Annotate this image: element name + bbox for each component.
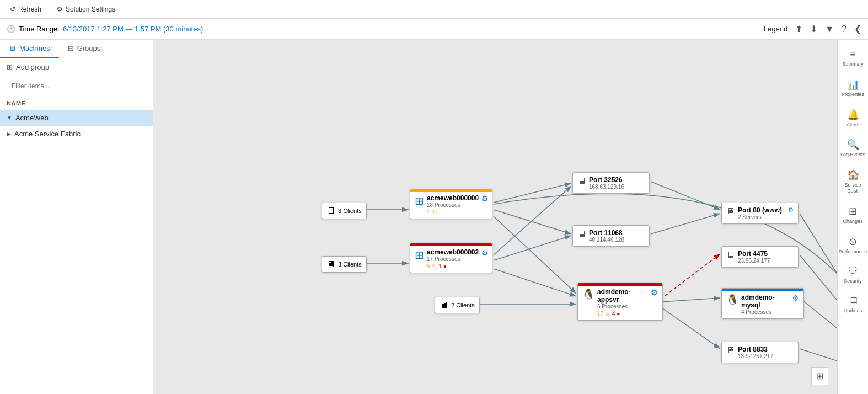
server2-badge-err: 1 ●	[438, 263, 446, 269]
linux-icon-2: 🐧	[726, 294, 738, 306]
server-node-admdemo-appsvr[interactable]: 🐧 admdemo-appsvr 6 Processes 17 ⚠ 4 ● ⚙	[577, 283, 663, 321]
filter-icon[interactable]: ▼	[825, 24, 834, 34]
mysql-processes: 4 Processes	[741, 309, 789, 315]
chevron-down-icon: ▼	[7, 115, 12, 121]
port4475-icon: 🖥	[726, 250, 735, 260]
legend-label: Legend	[764, 25, 787, 33]
tab-groups[interactable]: ⊞ Groups	[59, 40, 110, 58]
sidebar-item-changes[interactable]: ⊞ Changes	[838, 201, 868, 229]
server3-status-icon: ⚙	[651, 288, 658, 297]
sidebar-item-performance[interactable]: ⊙ Performance	[838, 231, 868, 259]
clients-icon-3: 🖥	[440, 300, 448, 310]
sidebar-item-log-events[interactable]: 🔍 Log Events	[838, 134, 868, 162]
svg-line-4	[494, 210, 571, 234]
alerts-label: Alerts	[846, 122, 859, 128]
port-node-32526[interactable]: 🖥 Port 32526 168.63.129.16	[572, 172, 650, 194]
svg-line-3	[494, 183, 571, 203]
server2-status-icon: ⚙	[481, 248, 489, 257]
clients-node-2[interactable]: 🖥 3 Clients	[322, 256, 367, 273]
svg-line-5	[494, 186, 571, 255]
port-node-80[interactable]: 🖥 Port 80 (www) 2 Servers ⚙	[721, 203, 799, 224]
time-range-label-text: Time Range:	[19, 25, 60, 33]
list-header: NAME	[0, 97, 153, 110]
sidebar-item-summary[interactable]: ≡ Summary	[838, 44, 868, 72]
map-area[interactable]: 🖥 3 Clients 🖥 3 Clients 🖥 2 Clients ⊞ ac…	[153, 40, 837, 394]
time-bar: 🕐 Time Range: 6/13/2017 1:27 PM — 1:57 P…	[0, 19, 868, 40]
add-group-button[interactable]: ⊞ Add group	[0, 58, 153, 76]
server-node-admdemo-mysql[interactable]: 🐧 admdemo-mysql 4 Processes ⚙	[721, 288, 804, 319]
clients-label-1: 3 Clients	[338, 207, 362, 214]
main-area: 🖥 Machines ⊞ Groups ⊞ Add group NAME ▼ A…	[0, 40, 868, 394]
clients-node-3[interactable]: 🖥 2 Clients	[435, 297, 480, 313]
refresh-button[interactable]: ↺ Refresh	[7, 4, 45, 14]
port-node-8833[interactable]: 🖥 Port 8833 13.92.251.217	[721, 342, 799, 363]
windows-icon-1: ⊞	[415, 194, 424, 207]
list-item-acme-service-fabric-label: Acme Service Fabric	[14, 130, 81, 138]
svg-line-10	[651, 214, 720, 234]
security-icon: 🛡	[848, 265, 858, 277]
log-events-icon: 🔍	[847, 139, 859, 151]
service-desk-icon: 🏠	[847, 169, 859, 181]
port8833-sub: 13.92.251.217	[738, 353, 794, 359]
server2-name: acmeweb000002	[427, 248, 479, 256]
server3-badge-err: 4 ●	[612, 311, 620, 317]
port8833-icon: 🖥	[726, 345, 735, 355]
server1-processes: 18 Processes	[427, 202, 479, 208]
server-node-acmeweb000002[interactable]: ⊞ acmeweb000002 17 Processes 5 ⚠ 1 ● ⚙	[410, 243, 492, 273]
left-panel: 🖥 Machines ⊞ Groups ⊞ Add group NAME ▼ A…	[0, 40, 153, 394]
help-icon[interactable]: ?	[842, 24, 846, 34]
tab-machines[interactable]: 🖥 Machines	[0, 40, 59, 58]
mysql-status-icon: ⚙	[792, 294, 799, 302]
sidebar-item-properties[interactable]: 📊 Properties	[838, 74, 868, 102]
port4475-label: Port 4475	[738, 250, 794, 258]
machines-icon: 🖥	[9, 44, 16, 52]
sidebar-item-service-desk[interactable]: 🏠 Service Desk	[838, 164, 868, 199]
server-node-acmeweb000000[interactable]: ⊞ acmeweb000000 18 Processes 1 ⚠ ⚙	[410, 189, 492, 219]
settings-icon: ⚙	[57, 6, 63, 13]
server2-badge-warn: 5 ⚠	[427, 263, 436, 269]
port-node-4475[interactable]: 🖥 Port 4475 23.96.24.177	[721, 246, 799, 268]
collapse-panel-icon[interactable]: ❮	[854, 24, 861, 34]
node-header-red-2	[410, 243, 492, 246]
port11068-icon: 🖥	[577, 229, 586, 239]
tab-machines-label: Machines	[19, 44, 50, 52]
tab-groups-label: Groups	[77, 44, 101, 52]
log-events-label: Log Events	[840, 152, 865, 158]
list-item-acme-service-fabric[interactable]: ▶ Acme Service Fabric	[0, 126, 153, 142]
port32526-icon: 🖥	[577, 176, 586, 186]
updates-icon: 🖥	[848, 295, 858, 307]
updates-label: Updates	[844, 308, 862, 314]
port80-label: Port 80 (www)	[738, 206, 785, 214]
filter-input[interactable]	[7, 79, 146, 93]
port11068-sub: 40.114.46.128	[589, 237, 645, 243]
time-range: 🕐 Time Range: 6/13/2017 1:27 PM — 1:57 P…	[7, 25, 203, 33]
alerts-icon: 🔔	[847, 109, 859, 121]
svg-line-6	[494, 236, 571, 260]
sidebar-item-alerts[interactable]: 🔔 Alerts	[838, 104, 868, 132]
svg-line-12	[661, 298, 720, 302]
service-desk-label: Service Desk	[840, 182, 866, 194]
fit-button[interactable]: ⊞	[811, 367, 828, 385]
expand-up-icon[interactable]: ⬆	[795, 24, 802, 34]
performance-icon: ⊙	[849, 236, 857, 248]
clients-label-3: 2 Clients	[451, 302, 475, 308]
sidebar-item-security[interactable]: 🛡 Security	[838, 261, 868, 289]
linux-icon-1: 🐧	[582, 288, 594, 300]
clients-node-1[interactable]: 🖥 3 Clients	[322, 203, 367, 219]
node-header-yellow-1	[410, 189, 492, 192]
add-group-label: Add group	[16, 63, 49, 71]
server1-badge: 1 ⚠	[427, 209, 436, 215]
port-node-11068[interactable]: 🖥 Port 11068 40.114.46.128	[572, 225, 650, 247]
list-item-acmeweb-label: AcmeWeb	[15, 114, 49, 122]
svg-line-13	[800, 214, 837, 378]
port32526-sub: 168.63.129.16	[589, 184, 645, 190]
clients-icon-2: 🖥	[326, 259, 335, 269]
port80-status-icon: ⚙	[788, 206, 794, 214]
sidebar-item-updates[interactable]: 🖥 Updates	[838, 291, 868, 318]
changes-icon: ⊞	[849, 205, 857, 217]
list-item-acmeweb[interactable]: ▼ AcmeWeb	[0, 110, 153, 126]
node-header-red-3	[578, 283, 662, 286]
solution-settings-button[interactable]: ⚙ Solution Settings	[53, 4, 119, 14]
expand-down-icon[interactable]: ⬇	[810, 24, 817, 34]
right-sidebar: ≡ Summary 📊 Properties 🔔 Alerts 🔍 Log Ev…	[837, 40, 868, 394]
